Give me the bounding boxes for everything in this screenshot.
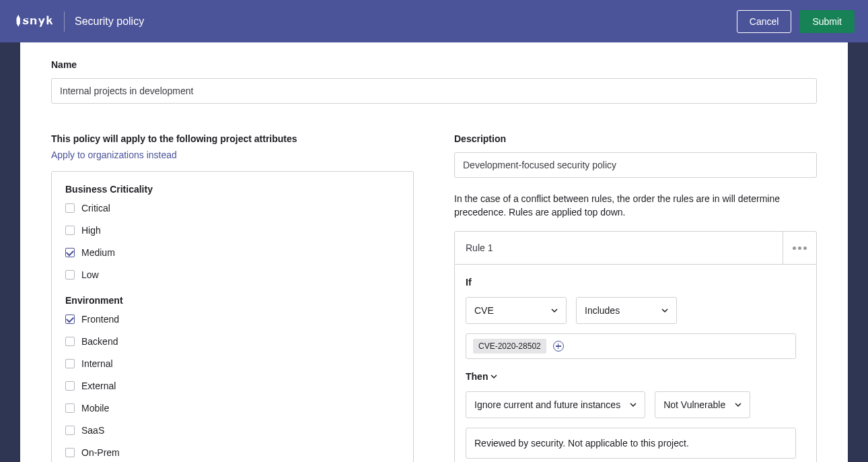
checkbox-row[interactable]: High: [65, 225, 400, 236]
apply-organizations-link[interactable]: Apply to organizations instead: [51, 150, 177, 160]
action-select[interactable]: Ignore current and future instances: [466, 391, 645, 418]
submit-button[interactable]: Submit: [799, 10, 855, 33]
condition-operator-select[interactable]: Includes: [576, 297, 677, 324]
attr-group-title: Business Criticality: [65, 184, 400, 195]
checkbox-label: Backend: [81, 336, 118, 347]
checkbox-backend[interactable]: [65, 337, 75, 346]
checkbox-label: Internal: [81, 358, 113, 369]
checkbox-row[interactable]: On-Prem: [65, 447, 400, 458]
header-left: Security policy: [13, 11, 144, 32]
checkbox-label: High: [81, 225, 101, 236]
checkbox-label: On-Prem: [81, 447, 120, 458]
attributes-column: This policy will apply to the following …: [51, 133, 414, 462]
header-actions: Cancel Submit: [737, 10, 855, 33]
attributes-box: Business Criticality Critical High Mediu…: [51, 171, 414, 462]
then-label-text: Then: [466, 371, 488, 382]
checkbox-saas[interactable]: [65, 426, 75, 435]
checkbox-row[interactable]: Medium: [65, 247, 400, 258]
if-label: If: [466, 277, 796, 288]
checkbox-row[interactable]: Backend: [65, 336, 400, 347]
checkbox-label: Critical: [81, 203, 110, 213]
checkbox-label: Low: [81, 269, 99, 280]
then-label: Then: [466, 371, 796, 382]
action-value: Ignore current and future instances: [474, 399, 620, 410]
columns: This policy will apply to the following …: [51, 133, 817, 462]
checkbox-medium[interactable]: [65, 248, 75, 257]
checkbox-row[interactable]: Low: [65, 269, 400, 280]
checkbox-mobile[interactable]: [65, 403, 75, 413]
condition-type-value: CVE: [474, 305, 494, 316]
checkbox-row[interactable]: Frontend: [65, 314, 400, 325]
checkbox-row[interactable]: External: [65, 381, 400, 391]
checkbox-row[interactable]: Mobile: [65, 403, 400, 414]
chevron-down-icon: [661, 307, 668, 314]
condition-row: CVE Includes: [466, 297, 796, 324]
action-status-value: Not Vulnerable: [663, 399, 725, 410]
more-horizontal-icon: [793, 246, 807, 250]
content-panel: Name This policy will apply to the follo…: [20, 42, 848, 462]
rule-header: Rule 1: [454, 231, 817, 265]
condition-type-select[interactable]: CVE: [466, 297, 567, 324]
checkbox-onprem[interactable]: [65, 448, 75, 457]
rules-precedence-text: In the case of a conflict between rules,…: [454, 193, 817, 219]
checkbox-internal[interactable]: [65, 359, 75, 368]
checkbox-label: External: [81, 381, 116, 391]
checkbox-critical[interactable]: [65, 203, 75, 213]
checkbox-frontend[interactable]: [65, 315, 75, 324]
action-status-select[interactable]: Not Vulnerable: [655, 391, 750, 418]
description-label: Description: [454, 133, 817, 144]
attr-group-environment: Environment Frontend Backend Internal: [65, 295, 400, 458]
checkbox-label: Medium: [81, 247, 115, 258]
checkbox-row[interactable]: SaaS: [65, 425, 400, 436]
cancel-button[interactable]: Cancel: [737, 10, 792, 33]
rule-body: If CVE Includes CVE-2020-28502: [454, 265, 817, 462]
app-header: Security policy Cancel Submit: [0, 0, 868, 42]
outer-frame: Name This policy will apply to the follo…: [0, 42, 868, 462]
checkbox-low[interactable]: [65, 270, 75, 279]
snyk-logo: [13, 11, 65, 32]
action-row: Ignore current and future instances Not …: [466, 391, 796, 418]
checkbox-label: Mobile: [81, 403, 109, 414]
rules-column: Description In the case of a conflict be…: [454, 133, 817, 462]
chevron-down-icon: [491, 373, 497, 380]
attr-group-title: Environment: [65, 295, 400, 306]
checkbox-external[interactable]: [65, 381, 75, 391]
condition-value-input[interactable]: CVE-2020-28502: [466, 333, 796, 359]
add-icon[interactable]: [553, 341, 564, 352]
description-input[interactable]: [454, 152, 817, 178]
chevron-down-icon: [630, 401, 637, 408]
condition-operator-value: Includes: [585, 305, 620, 316]
chevron-down-icon: [735, 401, 742, 408]
checkbox-row[interactable]: Internal: [65, 358, 400, 369]
name-label: Name: [51, 59, 817, 70]
attributes-section-label: This policy will apply to the following …: [51, 133, 414, 144]
checkbox-high[interactable]: [65, 226, 75, 235]
chevron-down-icon: [551, 307, 558, 314]
rule-menu-button[interactable]: [783, 232, 816, 264]
rule-title: Rule 1: [455, 242, 503, 253]
attr-group-business-criticality: Business Criticality Critical High Mediu…: [65, 184, 400, 280]
page-title: Security policy: [75, 15, 144, 28]
name-input[interactable]: [51, 78, 817, 104]
checkbox-row[interactable]: Critical: [65, 203, 400, 213]
cve-tag: CVE-2020-28502: [473, 339, 546, 354]
checkbox-label: SaaS: [81, 425, 104, 436]
reason-input[interactable]: Reviewed by security. Not applicable to …: [466, 428, 796, 459]
checkbox-label: Frontend: [81, 314, 119, 325]
